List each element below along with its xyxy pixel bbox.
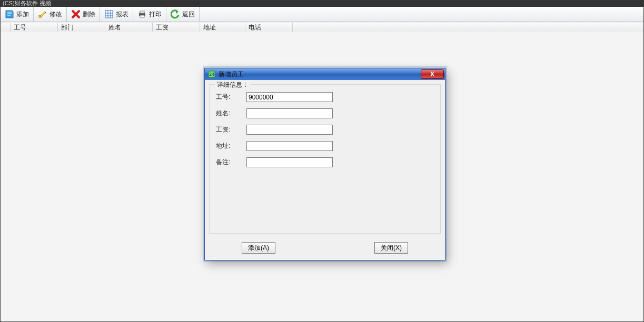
- details-legend: 详细信息：: [215, 80, 251, 89]
- main-window-titlebar: (CS)财务软件 视频: [1, 1, 643, 7]
- svg-rect-5: [140, 15, 144, 17]
- salary-label: 工资:: [216, 125, 246, 134]
- svg-text:24: 24: [209, 72, 214, 77]
- main-toolbar: 添加 修改 删除 报表 打印 返回: [1, 7, 643, 22]
- print-icon: [137, 9, 147, 19]
- grid-row-selector-header[interactable]: [1, 23, 11, 32]
- svg-rect-2: [105, 11, 113, 18]
- emp-id-field[interactable]: [246, 92, 333, 102]
- dialog-close-button[interactable]: X: [421, 69, 444, 79]
- address-label: 地址:: [216, 142, 246, 150]
- grid-col-name[interactable]: 姓名: [105, 23, 153, 32]
- grid-col-emp-id[interactable]: 工号: [11, 23, 58, 32]
- toolbar-edit-label: 修改: [49, 10, 62, 19]
- dialog-add-button[interactable]: 添加(A): [242, 242, 275, 254]
- add-icon: [5, 9, 14, 19]
- delete-icon: [71, 9, 81, 19]
- salary-field[interactable]: [246, 125, 333, 135]
- main-window-title: (CS)财务软件 视频: [3, 1, 51, 6]
- grid-col-salary[interactable]: 工资: [153, 23, 200, 32]
- back-icon: [171, 9, 180, 19]
- svg-marker-0: [6, 11, 13, 18]
- dialog-app-icon: 24: [208, 71, 215, 78]
- name-label: 姓名:: [216, 109, 246, 118]
- toolbar-report-label: 报表: [116, 10, 128, 19]
- svg-rect-4: [140, 11, 144, 13]
- dialog-close-button2[interactable]: 关闭(X): [374, 242, 408, 254]
- grid-col-dept[interactable]: 部门: [58, 23, 105, 32]
- name-field[interactable]: [246, 108, 333, 118]
- toolbar-edit-button[interactable]: 修改: [34, 7, 67, 22]
- report-icon: [104, 9, 114, 19]
- toolbar-print-label: 打印: [149, 10, 162, 19]
- toolbar-add-label: 添加: [16, 10, 29, 19]
- grid-col-address[interactable]: 地址: [200, 23, 245, 32]
- toolbar-back-button[interactable]: 返回: [166, 7, 200, 22]
- emp-id-label: 工号:: [216, 93, 246, 102]
- dialog-titlebar[interactable]: 24 新增员工 X: [205, 68, 445, 80]
- employee-grid: 工号 部门 姓名 工资 地址 电话: [1, 22, 643, 33]
- grid-header-row: 工号 部门 姓名 工资 地址 电话: [1, 22, 643, 32]
- toolbar-delete-label: 删除: [83, 10, 95, 19]
- grid-col-phone[interactable]: 电话: [245, 23, 293, 32]
- toolbar-print-button[interactable]: 打印: [133, 7, 166, 22]
- toolbar-back-label: 返回: [182, 10, 195, 19]
- notes-field[interactable]: [246, 157, 333, 167]
- address-field[interactable]: [246, 141, 333, 151]
- toolbar-delete-button[interactable]: 删除: [67, 7, 100, 22]
- toolbar-add-button[interactable]: 添加: [1, 7, 34, 22]
- close-icon: X: [430, 71, 434, 78]
- notes-label: 备注:: [216, 158, 246, 167]
- add-employee-dialog: 24 新增员工 X 详细信息： 工号: 姓名: 工资: 地址:: [204, 68, 445, 260]
- details-groupbox: 详细信息： 工号: 姓名: 工资: 地址: 备注:: [209, 84, 441, 234]
- edit-icon: [38, 9, 47, 19]
- dialog-title: 新增员工: [219, 70, 244, 79]
- toolbar-report-button[interactable]: 报表: [100, 7, 133, 22]
